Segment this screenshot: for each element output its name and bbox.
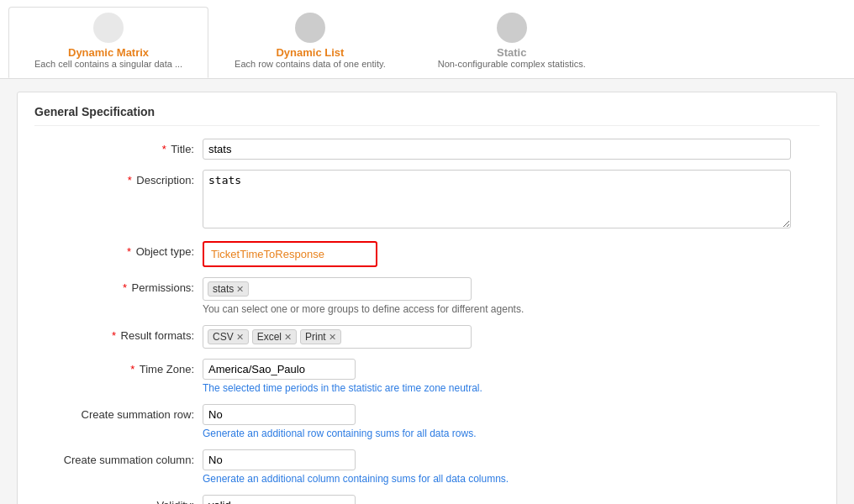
permissions-hint: You can select one or more groups to def…: [203, 303, 791, 315]
result-formats-label-text: Result formats:: [121, 329, 194, 342]
object-type-label-text: Object type:: [136, 245, 194, 258]
tab-dynamic-matrix-desc: Each cell contains a singular data ...: [34, 59, 182, 69]
tab-dynamic-matrix[interactable]: Dynamic Matrix Each cell contains a sing…: [8, 7, 208, 78]
summation-row-row: Create summation row: Generate an additi…: [34, 404, 820, 439]
summation-col-control-wrap: Generate an additional column containing…: [203, 449, 791, 485]
tab-static-label: Static: [497, 46, 526, 59]
object-type-row: * Object type:: [34, 241, 820, 267]
description-row: * Description:: [34, 170, 820, 231]
permissions-control-wrap: stats ✕ You can select one or more group…: [203, 277, 791, 315]
summation-row-hint: Generate an additional row containing su…: [203, 428, 791, 439]
summation-col-label: Create summation column:: [34, 449, 203, 466]
object-type-required-star: *: [127, 245, 131, 258]
result-format-csv-label: CSV: [213, 331, 234, 343]
permissions-required-star: *: [123, 281, 127, 294]
title-input[interactable]: [203, 139, 791, 160]
timezone-required-star: *: [130, 363, 134, 375]
object-type-control-wrap: [203, 241, 791, 267]
permissions-tag-stats-remove[interactable]: ✕: [236, 284, 244, 295]
timezone-hint: The selected time periods in the statist…: [203, 382, 791, 394]
result-formats-label: * Result formats:: [34, 325, 203, 342]
permissions-label-text: Permissions:: [132, 281, 194, 294]
timezone-input[interactable]: [203, 359, 356, 380]
summation-row-input[interactable]: [203, 404, 356, 425]
validity-input[interactable]: [203, 495, 356, 504]
result-formats-required-star: *: [112, 329, 116, 342]
validity-label: Validity:: [34, 495, 203, 504]
tab-dynamic-list[interactable]: Dynamic List Each row contains data of o…: [208, 7, 412, 78]
tab-static-desc: Non-configurable complex statistics.: [438, 59, 586, 69]
tab-dynamic-list-label: Dynamic List: [276, 46, 344, 59]
section-title: General Specification: [34, 105, 820, 126]
description-label-text: Description:: [136, 174, 194, 186]
permissions-tag-stats-label: stats: [213, 283, 234, 295]
title-label: * Title:: [34, 139, 203, 155]
permissions-tag-stats: stats ✕: [208, 281, 249, 297]
title-row: * Title:: [34, 139, 820, 160]
object-type-border-wrap: [203, 241, 377, 267]
tab-static-icon: [497, 13, 527, 43]
summation-row-label: Create summation row:: [34, 404, 203, 421]
timezone-control-wrap: The selected time periods in the statist…: [203, 359, 791, 394]
title-label-text: Title:: [171, 143, 194, 155]
result-format-csv: CSV ✕: [208, 329, 249, 344]
result-format-print: Print ✕: [300, 329, 341, 344]
timezone-label: * Time Zone:: [34, 359, 203, 375]
description-required-star: *: [128, 174, 132, 186]
result-formats-tag-input[interactable]: CSV ✕ Excel ✕ Print ✕: [203, 325, 472, 349]
general-specification-section: General Specification * Title: * Descrip…: [17, 92, 837, 504]
result-format-csv-remove[interactable]: ✕: [236, 332, 244, 343]
tab-dynamic-matrix-label: Dynamic Matrix: [68, 46, 149, 59]
content-area: General Specification * Title: * Descrip…: [0, 79, 854, 504]
tab-dynamic-matrix-icon: [93, 13, 124, 43]
timezone-row: * Time Zone: The selected time periods i…: [34, 359, 820, 394]
result-format-print-label: Print: [305, 331, 326, 343]
result-formats-control-wrap: CSV ✕ Excel ✕ Print ✕: [203, 325, 791, 349]
timezone-label-text: Time Zone:: [140, 363, 194, 375]
summation-col-hint: Generate an additional column containing…: [203, 473, 791, 485]
summation-col-input[interactable]: [203, 449, 356, 470]
result-formats-row: * Result formats: CSV ✕ Excel ✕ Print ✕: [34, 325, 820, 349]
validity-control-wrap: If set to invalid end users can not gene…: [203, 495, 791, 504]
permissions-label: * Permissions:: [34, 277, 203, 294]
description-textarea[interactable]: [203, 170, 791, 228]
result-format-excel-remove[interactable]: ✕: [284, 332, 292, 343]
tab-bar: Dynamic Matrix Each cell contains a sing…: [0, 0, 854, 79]
title-required-star: *: [162, 143, 166, 155]
validity-row: Validity: If set to invalid end users ca…: [34, 495, 820, 504]
result-format-excel-label: Excel: [257, 331, 282, 343]
permissions-tag-input[interactable]: stats ✕: [203, 277, 472, 301]
result-format-excel: Excel ✕: [252, 329, 297, 344]
description-label: * Description:: [34, 170, 203, 186]
description-control-wrap: [203, 170, 791, 231]
result-format-print-remove[interactable]: ✕: [329, 332, 336, 343]
title-control-wrap: [203, 139, 791, 160]
summation-row-control-wrap: Generate an additional row containing su…: [203, 404, 791, 439]
permissions-row: * Permissions: stats ✕ You can select on…: [34, 277, 820, 315]
tab-dynamic-list-desc: Each row contains data of one entity.: [235, 59, 386, 69]
tab-static[interactable]: Static Non-configurable complex statisti…: [412, 7, 612, 78]
object-type-input[interactable]: [206, 244, 374, 264]
summation-col-row: Create summation column: Generate an add…: [34, 449, 820, 485]
tab-dynamic-list-icon: [295, 13, 325, 43]
object-type-label: * Object type:: [34, 241, 203, 258]
